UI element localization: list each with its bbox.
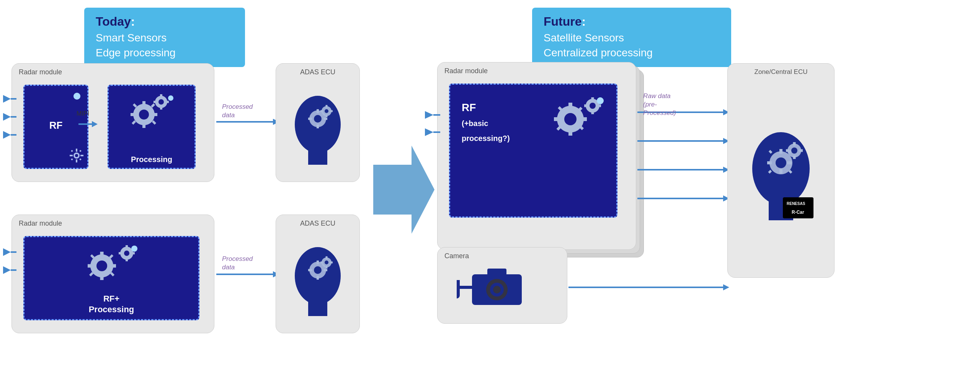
proc-label-today-top: Processing xyxy=(109,155,194,164)
future-line2: Centralized processing xyxy=(544,47,653,59)
raw-data-arrow-3 xyxy=(637,167,729,174)
svg-rect-116 xyxy=(637,198,723,199)
svg-point-21 xyxy=(158,99,164,105)
svg-rect-91 xyxy=(568,103,572,109)
antenna-future-2 xyxy=(425,128,440,138)
svg-rect-12 xyxy=(142,101,145,107)
adas-ecu-top: ADAS ECU xyxy=(276,63,360,182)
svg-rect-63 xyxy=(126,245,128,248)
today-subtitle: Smart Sensors Edge processing xyxy=(96,30,234,60)
zone-ecu: Zone/Central ECU xyxy=(727,63,835,278)
svg-rect-84 xyxy=(326,256,328,259)
antenna-bottom-2 xyxy=(3,266,16,275)
svg-marker-127 xyxy=(723,284,729,290)
today-line1: Smart Sensors xyxy=(96,32,167,44)
svg-rect-15 xyxy=(152,113,157,116)
svg-rect-86 xyxy=(320,262,323,264)
svg-rect-85 xyxy=(326,266,328,269)
svg-marker-27 xyxy=(3,95,11,103)
svg-rect-19 xyxy=(152,120,156,125)
svg-rect-2 xyxy=(76,149,77,152)
svg-rect-8 xyxy=(71,158,73,161)
svg-rect-104 xyxy=(598,105,601,107)
future-subtitle: Satellite Sensors Centralized processing xyxy=(544,30,720,60)
svg-marker-106 xyxy=(425,111,433,119)
today-title: Today: xyxy=(96,15,234,29)
svg-point-83 xyxy=(325,261,328,264)
raw-data-arrow-2 xyxy=(637,138,729,146)
svg-rect-14 xyxy=(131,113,136,116)
svg-rect-4 xyxy=(70,155,73,156)
radar-module-bottom-today-label: Radar module xyxy=(19,220,62,228)
svg-point-52 xyxy=(96,261,107,271)
svg-point-90 xyxy=(564,113,577,125)
processed-data-label-top: Processeddata xyxy=(222,103,253,120)
future-line1: Satellite Sensors xyxy=(544,32,624,44)
diagram-container: Today: Smart Sensors Edge processing Fut… xyxy=(0,0,980,390)
rf-text-today-top: RF xyxy=(49,120,63,131)
svg-rect-22 xyxy=(160,94,162,97)
antenna-top-3 xyxy=(3,131,16,139)
svg-marker-29 xyxy=(3,113,11,121)
svg-rect-87 xyxy=(330,262,333,264)
svg-rect-65 xyxy=(119,252,122,254)
svg-rect-146 xyxy=(783,197,813,218)
raw-data-label: Raw data(pre-Processed) xyxy=(643,92,676,117)
svg-text:RENESAS: RENESAS xyxy=(787,202,805,206)
svg-rect-24 xyxy=(154,101,157,103)
svg-rect-143 xyxy=(793,156,796,159)
mipi-label-today-top: MIPI xyxy=(77,110,89,117)
svg-point-1 xyxy=(75,154,78,157)
svg-rect-134 xyxy=(767,161,772,164)
svg-rect-78 xyxy=(317,261,319,264)
svg-rect-23 xyxy=(160,107,162,110)
svg-rect-92 xyxy=(568,129,572,136)
svg-rect-6 xyxy=(71,150,73,152)
proc-chip-today-top: Processing xyxy=(108,85,196,169)
rf-future-label: RF(+basicprocessing?) xyxy=(462,100,510,145)
camera-data-arrow xyxy=(568,284,729,292)
svg-rect-135 xyxy=(787,161,792,164)
radar-module-top-today-label: Radar module xyxy=(19,68,62,76)
rf-proc-label-bottom: RF+Processing xyxy=(24,293,198,315)
svg-rect-49 xyxy=(320,110,323,112)
camera-module: Camera xyxy=(437,247,567,324)
future-title: Future: xyxy=(544,15,720,29)
adas-ecu-top-label: ADAS ECU xyxy=(300,68,335,76)
svg-marker-108 xyxy=(425,128,433,136)
svg-rect-79 xyxy=(317,276,319,280)
svg-rect-93 xyxy=(554,117,560,121)
adas-ecu-bottom-label: ADAS ECU xyxy=(300,220,335,228)
svg-rect-9 xyxy=(79,158,82,161)
svg-rect-109 xyxy=(433,131,440,133)
svg-rect-66 xyxy=(132,252,135,254)
svg-rect-102 xyxy=(591,111,594,114)
svg-marker-34 xyxy=(92,121,98,127)
svg-rect-35 xyxy=(216,121,273,123)
svg-text:R-Car: R-Car xyxy=(792,210,804,215)
svg-point-67 xyxy=(131,246,137,252)
svg-rect-32 xyxy=(11,134,16,136)
svg-rect-38 xyxy=(308,149,327,165)
svg-rect-72 xyxy=(216,274,273,275)
svg-rect-56 xyxy=(111,264,116,268)
svg-rect-125 xyxy=(487,269,506,275)
svg-rect-18 xyxy=(132,120,136,125)
svg-rect-5 xyxy=(80,155,83,156)
svg-rect-145 xyxy=(799,149,803,152)
svg-rect-43 xyxy=(308,118,312,120)
svg-rect-48 xyxy=(326,115,328,117)
svg-point-121 xyxy=(493,286,501,293)
svg-rect-50 xyxy=(330,110,333,112)
zone-ecu-label: Zone/Central ECU xyxy=(755,68,808,76)
data-arrow-today-top xyxy=(216,119,279,126)
future-prefix: Future xyxy=(544,15,582,28)
svg-rect-44 xyxy=(323,118,327,120)
radar-module-future-label: Radar module xyxy=(444,67,488,75)
antenna-top-1 xyxy=(3,95,16,103)
svg-rect-75 xyxy=(308,301,327,316)
svg-rect-112 xyxy=(637,140,723,142)
svg-point-77 xyxy=(314,266,322,274)
today-line2: Edge processing xyxy=(96,47,176,59)
svg-rect-30 xyxy=(11,116,16,118)
